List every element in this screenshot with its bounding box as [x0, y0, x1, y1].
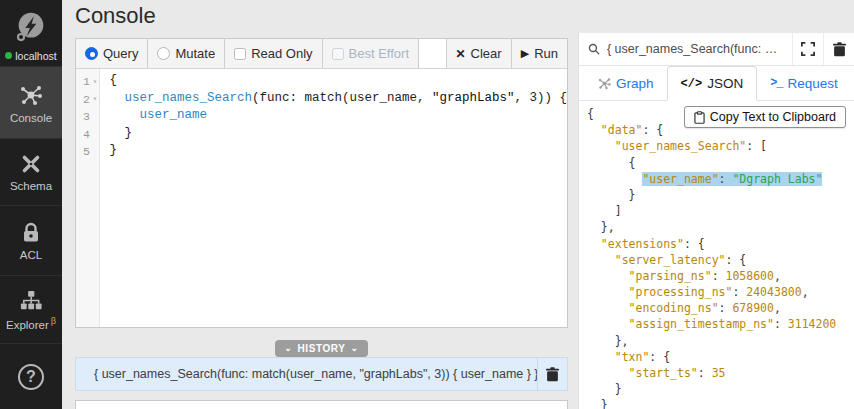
json-response-view: { "data": { "user_names_Search": [ { "us… — [579, 101, 854, 409]
sidebar-item-console[interactable]: Console — [0, 67, 62, 139]
sidebar-item-explorer[interactable]: Explorerβ — [0, 276, 62, 344]
next-history-entry-partial[interactable] — [75, 400, 568, 409]
chevron-down-icon: ⌄ — [351, 346, 359, 351]
lock-icon — [20, 221, 42, 245]
checkbox-disabled-icon — [332, 48, 344, 60]
trash-icon — [833, 42, 846, 57]
result-query-text: { user_names_Search(func: match(... — [607, 42, 783, 56]
sitemap-icon — [18, 289, 44, 312]
radio-on-icon[interactable] — [85, 47, 98, 60]
page-title: Console — [75, 3, 156, 29]
best-effort-label: Best Effort — [349, 46, 409, 61]
app-window: localhost Console — [0, 0, 854, 409]
fullscreen-button[interactable] — [792, 33, 823, 65]
editor-gutter: 1▾2▾345 — [76, 69, 100, 327]
query-editor-card: Query Mutate Read Only Best Effort ✕ Cle… — [75, 38, 568, 328]
best-effort-checkbox-option[interactable]: Best Effort — [323, 39, 419, 68]
sidebar-item-acl[interactable]: ACL — [0, 206, 62, 276]
server-label: localhost — [15, 50, 56, 62]
play-icon: ▶ — [521, 47, 529, 60]
result-panel: { user_names_Search(func: match(... — [578, 33, 854, 409]
graph-icon — [598, 77, 611, 90]
clear-button[interactable]: ✕ Clear — [447, 39, 512, 68]
copy-button-label: Copy Text to Clipboard — [710, 110, 836, 124]
editor-toolbar: Query Mutate Read Only Best Effort ✕ Cle… — [76, 39, 567, 69]
clear-button-label: Clear — [471, 46, 502, 61]
copy-to-clipboard-button[interactable]: Copy Text to Clipboard — [684, 106, 846, 128]
connection-status-dot — [5, 52, 12, 59]
query-radio-option[interactable]: Query — [76, 39, 148, 68]
schema-tools-icon — [19, 152, 43, 176]
dgraph-logo-icon — [12, 10, 50, 48]
result-query-summary[interactable]: { user_names_Search(func: match(... — [579, 33, 792, 65]
query-radio-label: Query — [103, 46, 138, 61]
run-button-label: Run — [534, 46, 558, 61]
read-only-label: Read Only — [251, 46, 312, 61]
trash-icon — [546, 367, 559, 382]
history-delete-button[interactable] — [537, 358, 567, 390]
sidebar-item-label: Schema — [10, 180, 52, 192]
search-icon — [588, 42, 600, 56]
history-label: HISTORY — [297, 343, 345, 354]
tab-request[interactable]: >_ Request — [757, 66, 851, 100]
result-header: { user_names_Search(func: match(... — [579, 33, 854, 66]
json-lines: { "data": { "user_names_Search": [ { "us… — [587, 107, 854, 409]
radio-off-icon[interactable] — [157, 47, 170, 60]
result-tabs: Graph </> JSON >_ Request — [579, 66, 854, 101]
code-brackets-icon: </> — [681, 77, 703, 91]
fullscreen-icon — [801, 42, 815, 56]
run-button[interactable]: ▶ Run — [512, 39, 567, 68]
code-editor[interactable]: 1▾2▾345 { user_names_Search(func: match(… — [76, 69, 567, 327]
tab-request-label: Request — [788, 76, 838, 91]
tab-graph[interactable]: Graph — [585, 66, 667, 100]
tab-json[interactable]: </> JSON — [667, 66, 758, 101]
editor-code-area[interactable]: { user_names_Search(func: match(user_nam… — [100, 69, 567, 327]
sidebar: localhost Console — [0, 0, 62, 409]
terminal-prompt-icon: >_ — [770, 76, 782, 90]
read-only-checkbox-option[interactable]: Read Only — [225, 39, 322, 68]
sidebar-item-label: ACL — [20, 249, 42, 261]
help-icon: ? — [18, 364, 44, 390]
beta-badge: β — [51, 316, 56, 326]
history-entry-row[interactable]: { user_names_Search(func: match(user_nam… — [75, 357, 568, 391]
sidebar-item-schema[interactable]: Schema — [0, 139, 62, 206]
clear-x-icon: ✕ — [456, 47, 466, 61]
result-delete-button[interactable] — [823, 33, 854, 65]
tab-json-label: JSON — [707, 76, 743, 91]
history-pill-row: ⌄ HISTORY ⌄ — [75, 337, 568, 357]
tab-graph-label: Graph — [616, 76, 654, 91]
toolbar-spacer — [419, 39, 446, 68]
mutate-radio-label: Mutate — [175, 46, 215, 61]
history-entry-text: { user_names_Search(func: match(user_nam… — [94, 367, 537, 381]
sidebar-item-help[interactable]: ? — [0, 344, 62, 409]
mutate-radio-option[interactable]: Mutate — [148, 39, 225, 68]
checkbox-icon[interactable] — [234, 48, 246, 60]
sidebar-brand[interactable]: localhost — [0, 0, 62, 67]
chevron-down-icon: ⌄ — [284, 346, 292, 351]
sidebar-item-label: Explorerβ — [6, 316, 56, 331]
history-toggle-button[interactable]: ⌄ HISTORY ⌄ — [275, 340, 367, 357]
clipboard-icon — [694, 111, 705, 124]
history-entry[interactable]: { user_names_Search(func: match(user_nam… — [76, 358, 537, 390]
console-graph-icon — [18, 82, 44, 108]
sidebar-item-label: Console — [10, 112, 52, 124]
